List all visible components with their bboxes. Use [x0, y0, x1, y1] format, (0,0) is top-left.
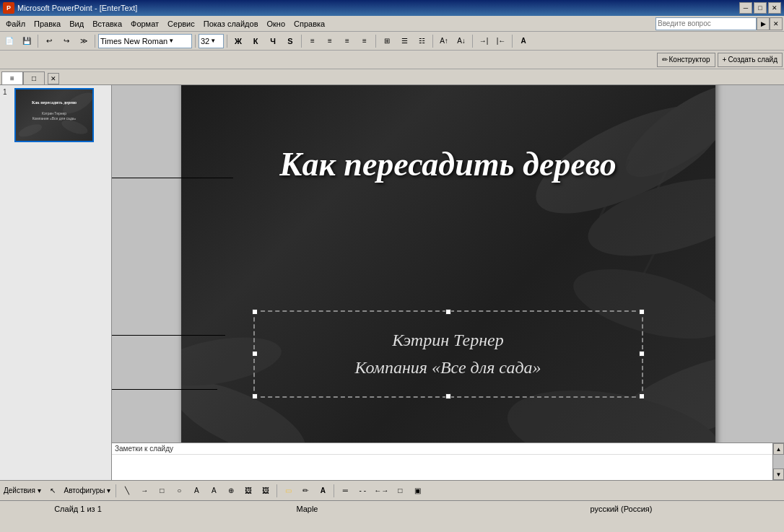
create-slide-label: Создать слайд	[728, 56, 778, 64]
columns-button[interactable]: ⊞	[379, 33, 395, 49]
align-left-button[interactable]: ≡	[305, 33, 321, 49]
help-search-button[interactable]: ▶	[757, 17, 770, 30]
bold-button[interactable]: Ж	[230, 34, 246, 48]
bullets-button[interactable]: ☰	[396, 33, 412, 49]
notes-scrollbar[interactable]: ▲ ▼	[772, 443, 784, 480]
cursor-button[interactable]: ↖	[45, 483, 61, 499]
close-button[interactable]: ✕	[768, 2, 781, 14]
panel-close-button[interactable]: ✕	[48, 73, 59, 84]
font-name-value: Times New Roman	[100, 37, 167, 45]
font-size-box[interactable]: 32 ▼	[199, 34, 224, 48]
clipart-tool[interactable]: 🖼	[240, 483, 256, 499]
toolbar2-right: ✏ Конструктор + Создать слайд	[657, 53, 783, 67]
notes-text[interactable]	[112, 455, 772, 458]
slide-wrapper: Текст заголовка Текст подзаголовка Рамка	[181, 85, 715, 442]
help-close-button[interactable]: ✕	[770, 17, 783, 30]
help-input[interactable]	[655, 17, 757, 30]
slide-panel: 1 Как пересадить дерево Кэтрин Тернер Ко…	[0, 85, 111, 480]
menu-edit[interactable]: Правка	[30, 18, 65, 30]
tab-slides[interactable]: □	[23, 71, 45, 84]
textbox-tool[interactable]: A	[188, 483, 204, 499]
handle-ml[interactable]	[252, 351, 258, 357]
menu-help[interactable]: Справка	[289, 18, 329, 30]
subtitle-line1: Кэтрин Тернер	[262, 326, 635, 354]
numbering-button[interactable]: ☷	[414, 33, 430, 49]
draw-sep1	[116, 484, 116, 497]
italic-button[interactable]: К	[248, 34, 263, 48]
arrow-tool[interactable]: →	[136, 483, 152, 499]
slide-number: 1	[3, 88, 12, 96]
menu-window[interactable]: Окно	[263, 18, 290, 30]
handle-mr[interactable]	[639, 351, 645, 357]
font-color-button[interactable]: A	[515, 33, 531, 49]
scroll-up-arrow[interactable]: ▲	[773, 443, 784, 455]
indent-decrease-button[interactable]: |←	[493, 33, 509, 49]
slide-thumbnail[interactable]: Как пересадить дерево Кэтрин Тернер Комп…	[14, 88, 94, 142]
indent-increase-button[interactable]: →|	[476, 33, 492, 49]
handle-br[interactable]	[639, 393, 645, 399]
handle-tr[interactable]	[639, 309, 645, 315]
line-color-button[interactable]: ✏	[297, 483, 313, 499]
line-tool[interactable]: ╲	[119, 483, 135, 499]
actions-label: Действия ▾	[4, 487, 41, 494]
menu-format[interactable]: Формат	[126, 18, 163, 30]
underline-button[interactable]: Ч	[265, 34, 281, 48]
align-right-button[interactable]: ≡	[339, 33, 355, 49]
menu-file[interactable]: Файл	[1, 18, 30, 30]
undo-button[interactable]: ↩	[41, 33, 57, 49]
font-color-draw-button[interactable]: A	[315, 483, 331, 499]
sep2	[95, 35, 95, 48]
shadow-style-button[interactable]: □	[392, 483, 408, 499]
handle-tl[interactable]	[252, 309, 258, 315]
slide-title[interactable]: Как пересадить дерево	[181, 145, 715, 183]
tab-outline[interactable]: ≡	[1, 71, 23, 84]
insert-picture-tool[interactable]: 🖼	[258, 483, 274, 499]
draw-sep3	[334, 484, 334, 497]
notes-label: Заметки к слайду	[112, 443, 772, 455]
font-size-arrow: ▼	[210, 38, 216, 44]
create-slide-button[interactable]: + Создать слайд	[718, 53, 783, 67]
insert-diagram-tool[interactable]: ⊕	[223, 483, 239, 499]
scroll-track	[773, 455, 784, 468]
save-button[interactable]: 💾	[19, 33, 35, 49]
sep6	[375, 35, 376, 48]
font-name-box[interactable]: Times New Roman ▼	[98, 34, 192, 48]
notes-area: Заметки к слайду ▲ ▼	[112, 442, 784, 480]
actions-button[interactable]: Действия ▾	[1, 483, 43, 499]
draw-toolbar: Действия ▾ ↖ Автофигуры ▾ ╲ → □ ○ A A ⊕ …	[0, 480, 784, 500]
justify-button[interactable]: ≡	[357, 33, 373, 49]
sep1	[38, 35, 38, 48]
more-button[interactable]: ≫	[76, 33, 92, 49]
designer-button[interactable]: ✏ Конструктор	[657, 53, 715, 67]
line-style-button[interactable]: ═	[337, 483, 353, 499]
ellipse-tool[interactable]: ○	[171, 483, 187, 499]
dash-style-button[interactable]: - -	[354, 483, 370, 499]
handle-bl[interactable]	[252, 393, 258, 399]
slide-subtitle-box[interactable]: Кэтрин Тернер Компания «Все для сада»	[253, 310, 643, 398]
maximize-button[interactable]: □	[754, 2, 767, 14]
scroll-down-arrow[interactable]: ▼	[773, 468, 784, 480]
new-button[interactable]: 📄	[1, 33, 17, 49]
wordart-tool[interactable]: A	[206, 483, 222, 499]
outline-icon: ≡	[10, 74, 14, 82]
3d-style-button[interactable]: ▣	[409, 483, 425, 499]
autoshapes-button[interactable]: Автофигуры ▾	[62, 483, 113, 499]
notes-content-area: Заметки к слайду	[112, 443, 772, 480]
menu-view[interactable]: Вид	[65, 18, 88, 30]
menu-tools[interactable]: Сервис	[163, 18, 199, 30]
handle-bm[interactable]	[445, 393, 451, 399]
menu-slideshow[interactable]: Показ слайдов	[199, 18, 263, 30]
rectangle-tool[interactable]: □	[154, 483, 170, 499]
decrease-font-button[interactable]: A↓	[453, 33, 469, 49]
minimize-button[interactable]: ─	[739, 2, 752, 14]
slide-subtitle: Кэтрин Тернер Компания «Все для сада»	[262, 326, 635, 382]
redo-button[interactable]: ↪	[58, 33, 74, 49]
arrow-style-button[interactable]: ←→	[372, 483, 391, 499]
main-slide[interactable]: Как пересадить дерево	[181, 85, 715, 442]
menu-insert[interactable]: Вставка	[88, 18, 126, 30]
handle-tm[interactable]	[445, 309, 451, 315]
shadow-button[interactable]: S	[282, 34, 298, 48]
fill-color-button[interactable]: ▭	[280, 483, 296, 499]
align-center-button[interactable]: ≡	[322, 33, 338, 49]
increase-font-button[interactable]: A↑	[436, 33, 452, 49]
